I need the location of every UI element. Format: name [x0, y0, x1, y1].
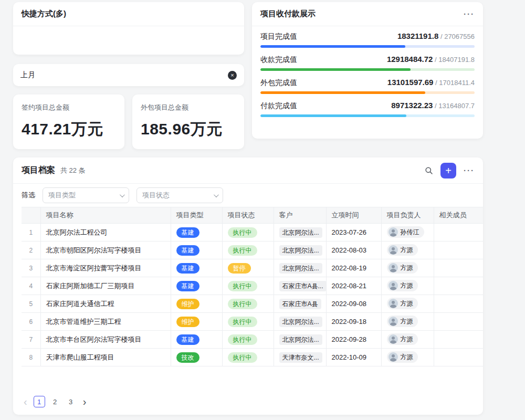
date-cell[interactable]: 2022-09-18: [326, 313, 381, 331]
customer-chip: 石家庄市A县: [279, 299, 321, 309]
column-header[interactable]: 项目负责人: [381, 207, 434, 224]
project-name-cell[interactable]: 石家庄阿道夫通信工程: [40, 295, 171, 313]
date-cell[interactable]: 2022-09-28: [326, 331, 381, 349]
customer-cell[interactable]: 北京阿尔法...: [274, 331, 326, 349]
date-cell[interactable]: 2022-08-21: [326, 277, 381, 295]
members-cell[interactable]: [434, 349, 483, 366]
row-index: 8: [22, 349, 40, 366]
row-index: 7: [22, 331, 40, 349]
type-badge: 技改: [176, 352, 200, 363]
column-header[interactable]: 项目类型: [171, 207, 222, 224]
project-status-select[interactable]: 项目状态: [136, 187, 223, 203]
clear-filter-button[interactable]: ×: [228, 71, 237, 80]
date-cell[interactable]: 2022-09-08: [326, 295, 381, 313]
column-header[interactable]: 相关成员: [434, 207, 483, 224]
page-numbers: 123: [34, 396, 77, 407]
customer-cell[interactable]: 北京阿尔法...: [274, 242, 326, 259]
project-status-cell[interactable]: 执行中: [222, 313, 274, 331]
status-badge: 执行中: [228, 334, 257, 345]
owner-cell[interactable]: 孙传江: [381, 224, 434, 242]
project-name-cell[interactable]: 北京市丰台区阿尔法写字楼项目: [40, 331, 171, 349]
page-button[interactable]: 3: [65, 396, 77, 407]
project-status-cell[interactable]: 执行中: [222, 277, 274, 295]
project-name-cell[interactable]: 北京阿尔法工程公司: [40, 224, 171, 242]
project-name-cell[interactable]: 北京市海淀区阿拉蕾写字楼项目: [40, 259, 171, 277]
owner-cell[interactable]: 方源: [381, 331, 434, 349]
date-cell[interactable]: 2022-08-03: [326, 242, 381, 259]
project-type-cell[interactable]: 基建: [171, 242, 222, 259]
customer-cell[interactable]: 北京阿尔法...: [274, 224, 326, 242]
column-header[interactable]: 立项时间: [326, 207, 381, 224]
project-type-cell[interactable]: 维护: [171, 313, 222, 331]
project-name-cell[interactable]: 北京市朝阳区阿尔法写字楼项目: [40, 242, 171, 259]
table-row[interactable]: 2北京市朝阳区阿尔法写字楼项目基建执行中北京阿尔法...2022-08-03方源: [22, 242, 483, 259]
members-cell[interactable]: [434, 313, 483, 331]
column-header[interactable]: 项目名称: [40, 207, 171, 224]
owner-chip: 孙传江: [387, 226, 424, 238]
project-type-cell[interactable]: 维护: [171, 295, 222, 313]
owner-cell[interactable]: 方源: [381, 242, 434, 259]
customer-cell[interactable]: 北京阿尔法...: [274, 313, 326, 331]
date-filter-label: 上月: [20, 70, 35, 80]
progress-value: 13101597.69: [387, 78, 434, 87]
prev-page-icon[interactable]: ‹: [22, 396, 29, 407]
project-type-cell[interactable]: 基建: [171, 259, 222, 277]
next-page-icon[interactable]: ›: [81, 396, 89, 407]
page-button[interactable]: 2: [49, 396, 61, 407]
progress-item: 收款完成值12918484.72 / 18407191.8: [260, 55, 475, 71]
date-filter-bar[interactable]: 上月 ×: [13, 64, 244, 86]
members-cell[interactable]: [434, 331, 483, 349]
project-type-cell[interactable]: 基建: [171, 331, 222, 349]
table-row[interactable]: 6北京市管道维护三期工程维护执行中北京阿尔法...2022-09-18方源: [22, 313, 483, 331]
project-status-cell[interactable]: 执行中: [222, 224, 274, 242]
project-type-cell[interactable]: 基建: [171, 277, 222, 295]
status-badge: 执行中: [228, 227, 257, 238]
column-header[interactable]: 客户: [274, 207, 326, 224]
project-type-cell[interactable]: 技改: [171, 349, 222, 366]
owner-cell[interactable]: 方源: [381, 313, 434, 331]
customer-cell[interactable]: 北京阿尔法...: [274, 259, 326, 277]
members-cell[interactable]: [434, 259, 483, 277]
ellipsis-icon[interactable]: ···: [464, 9, 475, 18]
project-status-cell[interactable]: 执行中: [222, 242, 274, 259]
project-status-cell[interactable]: 执行中: [222, 349, 274, 366]
avatar: [388, 281, 398, 290]
date-cell[interactable]: 2022-10-09: [326, 349, 381, 366]
owner-cell[interactable]: 方源: [381, 277, 434, 295]
customer-chip: 石家庄市A县...: [279, 281, 327, 291]
customer-cell[interactable]: 石家庄市A县: [274, 295, 326, 313]
progress-values: 8971322.23 / 13164807.7: [391, 101, 475, 110]
column-header[interactable]: 项目状态: [222, 207, 274, 224]
owner-cell[interactable]: 方源: [381, 259, 434, 277]
date-cell[interactable]: 2022-08-19: [326, 259, 381, 277]
members-cell[interactable]: [434, 242, 483, 259]
project-type-cell[interactable]: 基建: [171, 224, 222, 242]
table-row[interactable]: 1北京阿尔法工程公司基建执行中北京阿尔法...2023-07-26孙传江: [22, 224, 483, 242]
owner-cell[interactable]: 方源: [381, 349, 434, 366]
project-name-cell[interactable]: 天津市爬山服工程项目: [40, 349, 171, 366]
customer-cell[interactable]: 石家庄市A县...: [274, 277, 326, 295]
table-row[interactable]: 3北京市海淀区阿拉蕾写字楼项目基建暂停北京阿尔法...2022-08-19方源: [22, 259, 483, 277]
table-row[interactable]: 4石家庄阿斯加德工厂三期项目基建执行中石家庄市A县...2022-08-21方源: [22, 277, 483, 295]
customer-cell[interactable]: 天津市奈文...: [274, 349, 326, 366]
project-status-cell[interactable]: 执行中: [222, 295, 274, 313]
table-row[interactable]: 5石家庄阿道夫通信工程维护执行中石家庄市A县2022-09-08方源: [22, 295, 483, 313]
search-icon[interactable]: [425, 166, 433, 175]
project-status-cell[interactable]: 暂停: [222, 259, 274, 277]
project-type-select[interactable]: 项目类型: [43, 187, 129, 203]
page-button[interactable]: 1: [34, 396, 45, 407]
project-name-cell[interactable]: 石家庄阿斯加德工厂三期项目: [40, 277, 171, 295]
ellipsis-icon[interactable]: ···: [464, 166, 475, 175]
members-cell[interactable]: [434, 277, 483, 295]
table-row[interactable]: 8天津市爬山服工程项目技改执行中天津市奈文...2022-10-09方源: [22, 349, 483, 366]
project-status-cell[interactable]: 执行中: [222, 331, 274, 349]
shortcuts-card: 快捷方式(多): [13, 2, 244, 55]
project-name-cell[interactable]: 北京市管道维护三期工程: [40, 313, 171, 331]
date-cell[interactable]: 2023-07-26: [326, 224, 381, 242]
members-cell[interactable]: [434, 295, 483, 313]
add-record-button[interactable]: +: [440, 163, 456, 178]
table-row[interactable]: 7北京市丰台区阿尔法写字楼项目基建执行中北京阿尔法...2022-09-28方源: [22, 331, 483, 349]
owner-cell[interactable]: 方源: [381, 295, 434, 313]
progress-total: / 27067556: [438, 33, 475, 40]
members-cell[interactable]: [434, 224, 483, 242]
